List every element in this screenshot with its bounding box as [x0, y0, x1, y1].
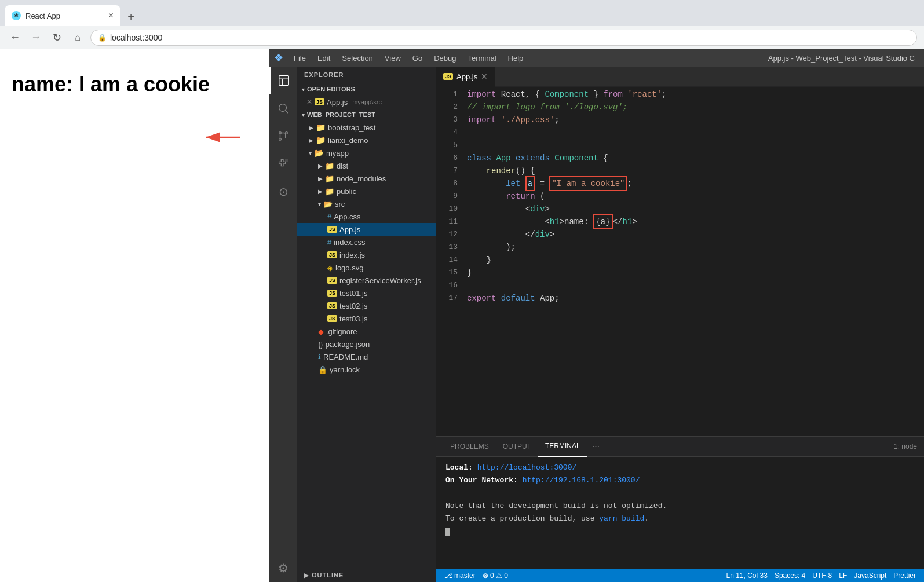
- folder-myapp[interactable]: ▾ 📂 myapp: [297, 147, 436, 159]
- terminal-tab-problems[interactable]: PROBLEMS: [443, 437, 496, 457]
- activity-icon-git[interactable]: [269, 122, 297, 150]
- terminal-more-options[interactable]: ···: [587, 441, 604, 452]
- line-number: 10: [441, 203, 458, 215]
- status-git[interactable]: ⎇master: [441, 572, 479, 580]
- file-logo-svg[interactable]: ◈ logo.svg: [297, 261, 436, 274]
- file-gitignore[interactable]: ◆ .gitignore: [297, 325, 436, 338]
- code-editor: 1 2 3 4 5 6 7 8 9 10 11 12 13 14: [436, 87, 924, 436]
- file-test01[interactable]: JS test01.js: [297, 287, 436, 299]
- tab-close-btn[interactable]: ✕: [481, 72, 488, 81]
- menu-item-help[interactable]: Help: [502, 49, 529, 67]
- close-icon[interactable]: ✕: [306, 98, 312, 106]
- terminal-line-network: On Your Network: http://192.168.1.201:30…: [445, 474, 915, 487]
- activity-icon-search[interactable]: [269, 94, 297, 122]
- tab-js-icon: JS: [443, 73, 453, 80]
- file-app-css[interactable]: # App.css: [297, 210, 436, 223]
- address-bar[interactable]: 🔒 localhost:3000: [90, 30, 917, 46]
- folder-src[interactable]: ▾ 📂 src: [297, 197, 436, 210]
- code-line-2: // import logo from './logo.svg';: [467, 101, 919, 114]
- folder-bootstrap[interactable]: ▶ 📁 bootstrap_test: [297, 121, 436, 134]
- file-app-js[interactable]: JS App.js: [297, 223, 436, 236]
- file-name: .gitignore: [326, 327, 357, 336]
- vscode-window: ❖ File Edit Selection View Go Debug Term…: [269, 49, 924, 582]
- browser-nav: ← → ↻ ⌂ 🔒 localhost:3000: [0, 26, 924, 49]
- file-name: App.js: [339, 225, 360, 234]
- file-register-sw[interactable]: JS registerServiceWorker.js: [297, 274, 436, 287]
- terminal-panel: PROBLEMS OUTPUT TERMINAL ··· 1: node Loc…: [436, 436, 924, 569]
- editor-tab-appjs[interactable]: JS App.js ✕: [436, 67, 495, 87]
- file-readme[interactable]: ℹ README.md: [297, 350, 436, 363]
- menu-item-edit[interactable]: Edit: [312, 49, 336, 67]
- folder-open-icon: 📂: [323, 200, 333, 208]
- line-number: 3: [441, 114, 458, 126]
- menu-item-terminal[interactable]: Terminal: [462, 49, 502, 67]
- terminal-tab-output[interactable]: OUTPUT: [496, 437, 538, 457]
- menu-item-debug[interactable]: Debug: [428, 49, 462, 67]
- code-line-1: import React, { Component } from 'react'…: [467, 88, 919, 101]
- activity-icon-remote[interactable]: ⊙: [269, 178, 297, 206]
- activity-icon-settings[interactable]: ⚙: [269, 554, 297, 582]
- folder-lianxi[interactable]: ▶ 📁 lianxi_demo: [297, 134, 436, 147]
- code-line-7: render() {: [467, 164, 919, 177]
- css-file-icon: #: [327, 213, 331, 221]
- status-language[interactable]: JavaScript: [850, 572, 890, 580]
- terminal-cursor: [445, 528, 450, 536]
- terminal-input-line[interactable]: [445, 528, 915, 536]
- line-number: 16: [441, 279, 458, 292]
- file-test02[interactable]: JS test02.js: [297, 299, 436, 312]
- file-index-css[interactable]: # index.css: [297, 236, 436, 248]
- file-name: index.css: [334, 238, 365, 247]
- back-button[interactable]: ←: [7, 30, 23, 46]
- outline-section[interactable]: ▶ OUTLINE: [297, 568, 436, 582]
- tab-title: React App: [25, 12, 60, 20]
- editor-area: JS App.js ✕ 1 2 3 4 5 6 7: [436, 67, 924, 582]
- open-editors-header[interactable]: ▾ OPEN EDITORS: [297, 83, 436, 96]
- browser-tab[interactable]: ⚛ React App ×: [5, 5, 120, 26]
- folder-arrow-icon: ▶: [318, 188, 323, 195]
- line-numbers: 1 2 3 4 5 6 7 8 9 10 11 12 13 14: [436, 87, 462, 436]
- refresh-button[interactable]: ↻: [49, 30, 65, 46]
- new-tab-button[interactable]: +: [123, 9, 139, 25]
- open-file-appjs[interactable]: ✕ JS App.js myapp\src: [297, 96, 436, 108]
- file-yarn-lock[interactable]: 🔒 yarn.lock: [297, 363, 436, 376]
- file-test03[interactable]: JS test03.js: [297, 312, 436, 325]
- status-formatter[interactable]: Prettier: [890, 572, 919, 580]
- code-line-5: [467, 139, 919, 152]
- project-header[interactable]: ▾ WEB_PROJECT_TEST: [297, 108, 436, 121]
- code-line-6: class App extends Component {: [467, 152, 919, 164]
- code-line-12: </div>: [467, 228, 919, 241]
- status-eol: LF: [835, 572, 850, 580]
- terminal-content[interactable]: Local: http://localhost:3000/ On Your Ne…: [436, 457, 924, 569]
- menu-item-file[interactable]: File: [288, 49, 312, 67]
- svg-rect-2: [279, 76, 289, 86]
- folder-arrow-icon: ▶: [309, 125, 313, 131]
- folder-icon: 📁: [325, 174, 334, 183]
- folder-icon: 📁: [316, 123, 326, 132]
- vscode-icon: ❖: [269, 49, 288, 67]
- file-package-json[interactable]: {} package.json: [297, 338, 436, 350]
- forward-button[interactable]: →: [28, 30, 44, 46]
- folder-open-icon: 📂: [314, 148, 324, 158]
- home-button[interactable]: ⌂: [70, 30, 86, 46]
- open-editors-arrow: ▾: [302, 86, 305, 93]
- file-name: index.js: [339, 251, 365, 259]
- folder-name: myapp: [326, 149, 349, 158]
- code-content[interactable]: import React, { Component } from 'react'…: [462, 87, 924, 436]
- file-name: README.md: [323, 353, 368, 361]
- terminal-line-local: Local: http://localhost:3000/: [445, 462, 915, 474]
- activity-icon-extensions[interactable]: [269, 150, 297, 178]
- menu-item-view[interactable]: View: [379, 49, 407, 67]
- activity-icon-explorer[interactable]: [269, 67, 297, 94]
- file-index-js[interactable]: JS index.js: [297, 248, 436, 261]
- line-number: 11: [441, 215, 458, 228]
- line-number: 2: [441, 101, 458, 114]
- folder-dist[interactable]: ▶ 📁 dist: [297, 159, 436, 172]
- tab-name: App.js: [456, 72, 477, 81]
- tab-close-icon[interactable]: ×: [108, 10, 114, 21]
- menu-item-selection[interactable]: Selection: [336, 49, 378, 67]
- status-errors[interactable]: ⊗ 0 ⚠ 0: [479, 572, 512, 580]
- folder-node-modules[interactable]: ▶ 📁 node_modules: [297, 172, 436, 185]
- folder-public[interactable]: ▶ 📁 public: [297, 185, 436, 197]
- menu-item-go[interactable]: Go: [407, 49, 428, 67]
- terminal-tab-terminal[interactable]: TERMINAL: [538, 437, 587, 457]
